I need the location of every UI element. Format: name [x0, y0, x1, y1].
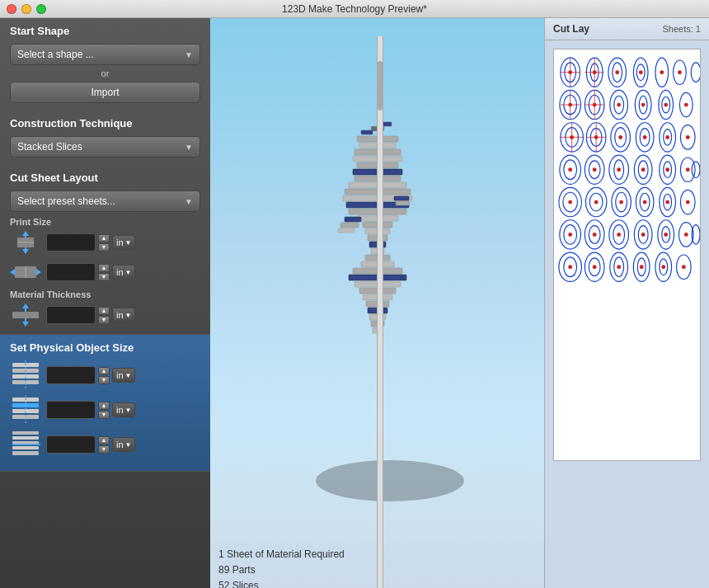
- width-row: 16.000 ▲ ▼ in ▼: [10, 260, 200, 285]
- width-stepper-up[interactable]: ▲: [98, 264, 110, 272]
- phys-input-group-1: 8.000 ▲ ▼ in ▼: [46, 366, 135, 384]
- svg-point-164: [618, 135, 622, 139]
- thickness-unit-arrow: ▼: [125, 312, 132, 319]
- svg-marker-1: [22, 231, 29, 236]
- window-controls: [7, 4, 46, 14]
- svg-rect-68: [394, 196, 409, 200]
- height-input-group: 12.000 ▲ ▼ in ▼: [46, 233, 135, 252]
- phys-unit-1-arrow: ▼: [125, 372, 132, 379]
- width-unit-arrow: ▼: [125, 269, 132, 276]
- svg-marker-7: [36, 269, 41, 275]
- svg-point-153: [639, 70, 643, 74]
- svg-point-172: [665, 167, 669, 172]
- minimize-button[interactable]: [21, 4, 31, 14]
- phys-unit-2-label: in: [116, 405, 124, 415]
- svg-point-31: [316, 460, 464, 501]
- thickness-stepper-up[interactable]: ▲: [98, 307, 110, 315]
- phys-input-1[interactable]: 8.000: [46, 366, 96, 384]
- svg-point-181: [593, 233, 597, 237]
- phys-stepper-2-up[interactable]: ▲: [98, 402, 110, 410]
- svg-point-176: [619, 200, 623, 205]
- width-unit-dropdown[interactable]: in ▼: [112, 265, 135, 280]
- thickness-row: 0.155 ▲ ▼ in ▼: [10, 303, 200, 327]
- left-panel: Start Shape Select a shape ... ▼ or Impo…: [0, 18, 210, 588]
- preset-sheets-label: Select preset sheets...: [17, 195, 115, 207]
- svg-point-170: [617, 167, 621, 172]
- svg-rect-65: [345, 217, 361, 222]
- svg-rect-28: [12, 436, 39, 440]
- height-stepper-down[interactable]: ▼: [98, 243, 110, 252]
- phys-row-2: 2.002 ▲ ▼ in ▼: [10, 395, 200, 425]
- height-unit-dropdown[interactable]: in ▼: [112, 235, 135, 250]
- height-unit-label: in: [116, 238, 124, 247]
- svg-point-188: [617, 265, 621, 269]
- thickness-stepper: ▲ ▼: [98, 307, 110, 324]
- svg-point-177: [643, 200, 647, 205]
- height-row: 12.000 ▲ ▼ in ▼: [10, 230, 200, 255]
- height-stepper-up[interactable]: ▲: [98, 234, 110, 242]
- svg-marker-14: [22, 322, 29, 327]
- width-input[interactable]: 16.000: [46, 263, 96, 281]
- thickness-stepper-down[interactable]: ▼: [98, 316, 110, 324]
- svg-point-183: [641, 233, 646, 237]
- phys-stepper-3-down[interactable]: ▼: [98, 445, 110, 454]
- thickness-unit-label: in: [116, 310, 124, 320]
- start-shape-title: Start Shape: [10, 25, 200, 37]
- construction-technique-section: Construction Technique Stacked Slices ▼: [0, 111, 210, 165]
- svg-point-171: [641, 167, 646, 172]
- phys-stepper-1-down[interactable]: ▼: [98, 376, 110, 384]
- phys-unit-dropdown-2[interactable]: in ▼: [112, 402, 135, 417]
- svg-point-158: [617, 103, 621, 107]
- import-button[interactable]: Import: [10, 82, 200, 103]
- or-divider: or: [10, 68, 200, 78]
- phys-row-1: 8.000 ▲ ▼ in ▼: [10, 360, 200, 390]
- preset-sheets-dropdown[interactable]: Select preset sheets... ▼: [10, 191, 200, 212]
- svg-point-190: [661, 265, 665, 269]
- phys-row-3: 3.304 ▲ ▼ in ▼: [10, 430, 200, 459]
- thickness-input[interactable]: 0.155: [46, 306, 96, 324]
- phys-unit-3-label: in: [116, 440, 124, 449]
- right-panel: Cut Lay Sheets: 1: [544, 18, 709, 588]
- phys-input-2[interactable]: 2.002: [46, 401, 96, 419]
- phys-unit-dropdown-1[interactable]: in ▼: [112, 368, 135, 383]
- scroll-divider: [377, 36, 383, 588]
- window-title: 123D Make Technology Preview*: [282, 3, 427, 15]
- svg-point-178: [665, 200, 669, 205]
- select-shape-dropdown[interactable]: Select a shape ... ▼: [10, 44, 200, 65]
- construction-dropdown-arrow-icon: ▼: [185, 143, 193, 152]
- svg-point-155: [678, 70, 682, 74]
- height-unit-arrow: ▼: [125, 239, 132, 247]
- material-thickness-title: Material Thickness: [10, 289, 200, 299]
- phys-input-3[interactable]: 3.304: [46, 435, 96, 454]
- close-button[interactable]: [7, 4, 16, 14]
- phys-input-group-3: 3.304 ▲ ▼ in ▼: [46, 435, 135, 454]
- phys-stepper-1: ▲ ▼: [98, 367, 110, 384]
- construction-technique-title: Construction Technique: [10, 117, 200, 129]
- phys-stepper-2-down[interactable]: ▼: [98, 411, 110, 419]
- scroll-thumb[interactable]: [378, 61, 383, 111]
- cut-sheet-layout-title: Cut Sheet Layout: [10, 172, 200, 184]
- svg-point-187: [593, 265, 597, 269]
- print-size-title: Print Size: [10, 217, 200, 227]
- center-viewport[interactable]: 1 Sheet of Material Required 89 Parts 52…: [210, 18, 544, 588]
- svg-point-175: [594, 200, 599, 205]
- phys-unit-3-arrow: ▼: [125, 441, 132, 449]
- svg-marker-6: [10, 269, 15, 275]
- svg-point-189: [640, 265, 644, 269]
- right-panel-header: Cut Lay Sheets: 1: [545, 18, 709, 40]
- maximize-button[interactable]: [36, 4, 46, 14]
- cut-layout-svg: [554, 49, 700, 460]
- height-input[interactable]: 12.000: [46, 233, 96, 252]
- thickness-input-group: 0.155 ▲ ▼ in ▼: [46, 306, 135, 324]
- construction-technique-dropdown[interactable]: Stacked Slices ▼: [10, 136, 200, 158]
- phys-stepper-3-up[interactable]: ▲: [98, 436, 110, 445]
- svg-point-174: [568, 200, 572, 205]
- phys-unit-dropdown-3[interactable]: in ▼: [112, 437, 135, 452]
- thickness-unit-dropdown[interactable]: in ▼: [112, 308, 135, 322]
- svg-rect-34: [361, 130, 373, 134]
- phys-stepper-1-up[interactable]: ▲: [98, 367, 110, 375]
- svg-marker-12: [22, 303, 29, 308]
- svg-point-168: [568, 167, 572, 172]
- width-stepper-down[interactable]: ▼: [98, 273, 110, 281]
- height-icon: [10, 230, 41, 255]
